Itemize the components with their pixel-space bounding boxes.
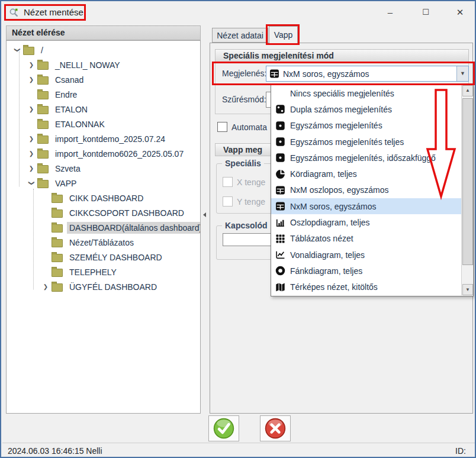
listbox-item[interactable]: Fánkdiagram, teljes (271, 263, 461, 279)
pie-chart-icon (275, 169, 285, 179)
close-button[interactable]: ✕ (450, 5, 470, 20)
listbox-item[interactable]: Dupla számos megjelenítés (271, 101, 461, 117)
display-mode-combobox[interactable]: NxM soros, egyszámos ▼ (266, 66, 469, 82)
automata-checkbox-label: Automata (231, 122, 267, 132)
maximize-button[interactable]: ☐ (416, 5, 436, 20)
listbox-item[interactable]: NxM soros, egyszámos (271, 198, 461, 214)
listbox-item[interactable]: Vonaldiagram, teljes (271, 247, 461, 263)
chevron-right-icon[interactable]: ❯ (27, 136, 36, 142)
listbox-item[interactable]: NxM oszlopos, egyszámos (271, 182, 461, 198)
listbox-item[interactable]: Egyszámos megjelenítés, időszakfüggő (271, 150, 461, 166)
status-bar: 2024.06.03 16:46:15 Nelli ID: (2, 443, 476, 458)
scroll-up-icon[interactable]: ▲ (462, 85, 473, 96)
tree-item[interactable]: ❯Csanad (7, 72, 200, 87)
folder-icon (52, 239, 63, 247)
scroll-down-icon[interactable]: ▼ (462, 284, 473, 295)
checkbox-icon[interactable] (223, 177, 233, 187)
listbox-item-label: Egyszámos megjelenítés teljes (290, 137, 404, 147)
tree-item[interactable]: CIKK DASHBOARD (7, 191, 200, 205)
listbox-item-label: NxM soros, egyszámos (290, 202, 376, 211)
splitter-collapse-icon[interactable] (203, 212, 206, 217)
tree-item[interactable]: ❯import_kontdemo6026_2025.05.07 (7, 146, 200, 161)
chevron-down-icon[interactable]: ❯ (14, 46, 21, 55)
tree-item[interactable]: ❯/ (7, 43, 200, 57)
listbox-item-label: Kördiagram, teljes (290, 169, 357, 179)
tab-vapp[interactable]: Vapp (269, 26, 298, 43)
tree-item[interactable]: Endre (7, 87, 200, 102)
tree-item[interactable]: ❯ETALON (7, 102, 200, 117)
listbox-item[interactable]: Kördiagram, teljes (271, 166, 461, 182)
tree-item[interactable]: Nézet/Táblázatos (7, 235, 200, 250)
tree-item[interactable]: ETALONNAK (7, 117, 200, 131)
line-chart-icon (275, 250, 285, 260)
minimize-button[interactable]: – (380, 5, 400, 20)
tree-item[interactable]: TELEPHELY (7, 265, 200, 279)
tree-item[interactable]: ❯import_kontdemo_2025.07.24 (7, 131, 200, 146)
tab-nezet-adatai[interactable]: Nézet adatai (212, 28, 268, 43)
tree-item-label[interactable]: import_kontdemo_2025.07.24 (53, 133, 168, 145)
tree-item-label[interactable]: import_kontdemo6026_2025.05.07 (53, 148, 186, 160)
x-axis-checkbox[interactable]: X tenge (223, 177, 265, 188)
listbox-item[interactable]: Térképes nézet, kitöltős (271, 279, 461, 295)
display-mode-value: NxM soros, egyszámos (283, 69, 456, 79)
listbox-item-label: Nincs speciális megjelenítés (290, 89, 394, 98)
scrollbar-thumb[interactable] (462, 98, 473, 265)
tree-item-label[interactable]: ETALONNAK (53, 118, 107, 130)
tree-item[interactable]: SZEMÉLY DASHBOARD (7, 250, 200, 265)
listbox-item[interactable]: Táblázatos nézet (271, 231, 461, 247)
tree-item-label[interactable]: _NELLI_ NOWAY (53, 59, 123, 71)
tree-item-label[interactable]: Szveta (53, 163, 83, 175)
folder-icon (52, 195, 63, 203)
chevron-right-icon[interactable]: ❯ (27, 165, 36, 172)
listbox-scrollbar[interactable]: ▲ ▼ (461, 85, 472, 295)
tree-item-label[interactable]: Nézet/Táblázatos (67, 237, 136, 249)
listbox-item[interactable]: Egyszámos megjelenítés (271, 118, 461, 134)
tree-item-label[interactable]: Csanad (53, 74, 86, 86)
y-axis-checkbox-label: Y tenge (237, 197, 265, 207)
tree-item[interactable]: ❯Szveta (7, 161, 200, 176)
x-axis-checkbox-label: X tenge (237, 178, 265, 187)
tree-item[interactable]: ❯_NELLI_ NOWAY (7, 57, 200, 72)
automata-checkbox[interactable]: Automata (217, 122, 267, 133)
ok-button[interactable] (208, 415, 239, 441)
save-view-dialog: Nézet mentése – ☐ ✕ Nézet elérése ❯/❯_NE… (0, 0, 476, 458)
tree-item-label[interactable]: ÜGYFÉL DASHBOARD (67, 281, 159, 293)
tree-item-label[interactable]: TELEPHELY (67, 266, 119, 278)
tree-item[interactable]: ❯ÜGYFÉL DASHBOARD (7, 279, 200, 294)
listbox-item[interactable]: Oszlopdiagram, teljes (271, 214, 461, 230)
folder-icon (52, 224, 63, 233)
tree-item[interactable]: ❯VAPP (7, 176, 200, 191)
window-title: Nézet mentése (24, 7, 83, 17)
chevron-right-icon[interactable]: ❯ (27, 76, 36, 83)
tree-item[interactable]: DASHBOARD(általános dashboard) (7, 220, 200, 235)
tree-item[interactable]: CIKKCSOPORT DASHBOARD (7, 205, 200, 220)
tree-item-label[interactable]: Endre (53, 89, 79, 101)
y-axis-checkbox[interactable]: Y tenge (223, 196, 265, 207)
chevron-right-icon[interactable]: ❯ (27, 150, 36, 157)
chevron-right-icon[interactable]: ❯ (41, 283, 50, 290)
cancel-button[interactable] (260, 415, 291, 441)
chevron-down-icon[interactable]: ▼ (456, 66, 468, 81)
tree-item-label[interactable]: CIKKCSOPORT DASHBOARD (67, 207, 186, 219)
folder-icon (52, 209, 63, 218)
chevron-down-icon[interactable]: ❯ (28, 179, 35, 188)
tree-item-label[interactable]: / (38, 44, 46, 56)
special-display-group-header: Speciális megjelenítési mód (215, 49, 469, 62)
tree-item-label[interactable]: DASHBOARD(általános dashboard) (67, 222, 201, 234)
folder-icon (37, 106, 49, 114)
tree-item-label[interactable]: ETALON (53, 104, 90, 115)
listbox-item-label: Vonaldiagram, teljes (290, 250, 365, 260)
table-grid-icon (275, 185, 285, 195)
listbox-item[interactable]: Nincs speciális megjelenítés (271, 85, 461, 101)
bar-chart-icon (275, 218, 285, 228)
chevron-right-icon[interactable]: ❯ (27, 106, 36, 112)
status-timestamp-user: 2024.06.03 16:46:15 Nelli (8, 446, 102, 456)
checkbox-icon[interactable] (217, 122, 227, 132)
chevron-right-icon[interactable]: ❯ (27, 62, 36, 68)
checkbox-icon[interactable] (223, 196, 233, 207)
tree-item-label[interactable]: VAPP (53, 178, 79, 189)
tree-item-label[interactable]: CIKK DASHBOARD (67, 192, 146, 204)
tree-item-label[interactable]: SZEMÉLY DASHBOARD (67, 251, 165, 263)
listbox-item[interactable]: Egyszámos megjelenítés teljes (271, 134, 461, 150)
listbox-item-label: Térképes nézet, kitöltős (290, 282, 378, 292)
